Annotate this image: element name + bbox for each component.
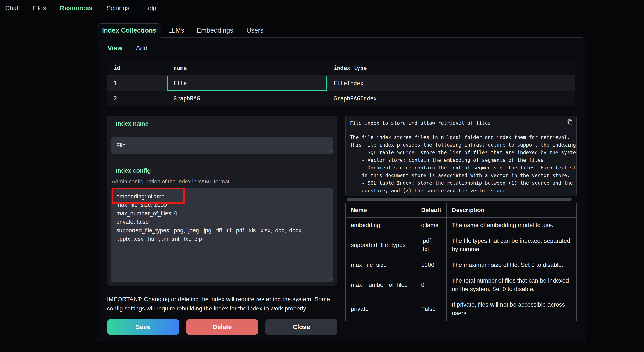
param-default: False [416, 297, 446, 321]
param-row-max-file-size: max_file_size 1000 The maximum size of f… [346, 257, 576, 273]
param-row-private: private False If private, files will not… [346, 297, 576, 321]
subtab-add[interactable]: Add [136, 44, 148, 52]
config-params-table: Name Default Description embedding ollam… [345, 203, 577, 321]
param-row-max-number-of-files: max_number_of_files 0 The total number o… [346, 273, 576, 297]
index-config-textarea[interactable]: embedding: ollama max_file_size: 1000 ma… [111, 188, 333, 282]
tab-embeddings[interactable]: Embeddings [197, 27, 233, 34]
param-row-embedding: embedding ollama The name of embedding m… [346, 217, 576, 233]
param-description: The maximum size of file. Set 0 to disab… [446, 257, 576, 273]
view-panel: id name index type 1 File FileIndex 2 Gr… [102, 55, 580, 338]
index-edit-column: Index name File Index config Admin confi… [107, 116, 338, 335]
param-default: ollama [416, 217, 446, 233]
params-header-row: Name Default Description [346, 203, 576, 217]
index-form-panel: Index name File Index config Admin confi… [107, 116, 338, 286]
index-info-column: File index to store and allow retrieval … [345, 116, 576, 321]
index-name-input[interactable]: File [111, 137, 333, 154]
table-cell-row2-id[interactable]: 2 [107, 91, 167, 106]
index-description-title: File index to store and allow retrieval … [350, 120, 576, 127]
index-config-label: Index config [116, 167, 333, 174]
horizontal-scrollbar-thumb[interactable] [346, 198, 572, 201]
tab-llms[interactable]: LLMs [168, 27, 184, 34]
param-name: supported_file_types [346, 233, 416, 257]
tab-index-collections[interactable]: Index Collections [97, 23, 161, 38]
param-default: .pdf, .txt [416, 233, 446, 257]
important-warning-text: IMPORTANT: Changing or deleting the inde… [107, 294, 338, 313]
delete-button[interactable]: Delete [186, 319, 258, 335]
params-header-description: Description [446, 203, 576, 217]
params-header-default: Default [416, 203, 446, 217]
save-button[interactable]: Save [107, 319, 179, 335]
subtab-view-label: View [108, 44, 122, 52]
collections-table-header-name: name [167, 60, 327, 76]
param-row-supported-file-types: supported_file_types .pdf, .txt The file… [346, 233, 576, 257]
collections-table-header-id: id [107, 60, 167, 76]
nav-item-resources[interactable]: Resources [60, 4, 92, 12]
collections-table-header-index-type: index type [327, 60, 575, 76]
resources-tab-strip: Index Collections LLMs Embeddings Users [97, 23, 264, 38]
param-name: private [346, 297, 416, 321]
tab-users[interactable]: Users [246, 27, 264, 34]
param-description: If private, files will not be accessible… [446, 297, 576, 321]
table-cell-row1-index-type[interactable]: FileIndex [327, 76, 575, 91]
params-header-name: Name [346, 203, 416, 217]
close-button[interactable]: Close [265, 319, 338, 335]
copy-icon[interactable] [566, 118, 573, 126]
param-name: max_file_size [346, 257, 416, 273]
collections-table: id name index type 1 File FileIndex 2 Gr… [107, 60, 575, 106]
nav-item-help[interactable]: Help [144, 4, 156, 12]
index-name-label: Index name [116, 120, 333, 127]
top-navigation: Chat Files Resources Settings Help [0, 0, 644, 13]
nav-item-settings[interactable]: Settings [106, 4, 129, 12]
param-description: The name of embedding model to use. [446, 217, 576, 233]
param-description: The total number of files that can be in… [446, 273, 576, 297]
param-name: max_number_of_files [346, 273, 416, 297]
table-cell-row1-id[interactable]: 1 [107, 76, 167, 91]
index-config-help: Admin configuration of the Index in YAML… [112, 178, 333, 185]
param-name: embedding [346, 217, 416, 233]
tab-index-collections-label: Index Collections [102, 27, 156, 34]
param-description: The file types that can be indexed, sepa… [446, 233, 576, 257]
param-default: 0 [416, 273, 446, 297]
table-cell-row2-index-type[interactable]: GraphRAGIndex [327, 91, 575, 106]
index-collections-panel: View Add id name index type 1 File FileI… [97, 38, 585, 341]
action-button-row: Save Delete Close [107, 319, 338, 335]
index-description-panel: File index to store and allow retrieval … [345, 116, 577, 196]
subtab-view[interactable]: View [101, 41, 129, 56]
table-cell-row2-name[interactable]: GraphRAG [167, 91, 327, 106]
nav-item-files[interactable]: Files [32, 4, 46, 12]
index-description-body: The file index stores files in a local f… [350, 134, 576, 194]
view-add-tab-strip: View Add [101, 41, 585, 56]
nav-item-chat[interactable]: Chat [5, 4, 18, 12]
selected-cell-row1-name[interactable]: File [167, 76, 327, 91]
param-default: 1000 [416, 257, 446, 273]
